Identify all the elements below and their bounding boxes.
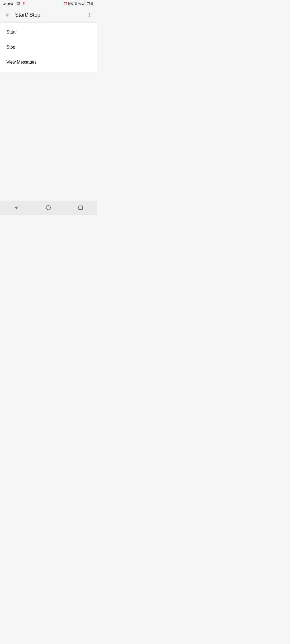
photo-notification-icon: 🖼 <box>16 2 20 6</box>
alarm-icon: ⏰ <box>63 2 67 6</box>
more-options-icon <box>89 13 90 17</box>
volte-icon: VoLTE <box>68 2 77 5</box>
nav-recents-icon <box>78 206 83 210</box>
time-display: 4:18:41 <box>3 2 15 6</box>
4g-icon: 4G <box>78 2 81 5</box>
status-time: 4:18:41 🖼 📍 <box>3 2 26 6</box>
menu-list: Start Stop View Messages <box>0 23 97 72</box>
battery-text: 78% <box>87 2 93 6</box>
nav-bar <box>0 201 97 215</box>
svg-rect-1 <box>83 3 84 5</box>
back-icon <box>6 13 10 17</box>
status-icons: ⏰ VoLTE 4G 78% <box>63 2 93 6</box>
menu-item-view-messages[interactable]: View Messages <box>0 55 97 70</box>
svg-rect-0 <box>82 4 83 5</box>
content-area <box>0 72 97 215</box>
stop-label: Stop <box>6 45 15 50</box>
nav-back-icon <box>15 206 17 209</box>
svg-rect-2 <box>84 3 84 5</box>
menu-item-start[interactable]: Start <box>0 25 97 40</box>
signal-icon <box>82 2 86 6</box>
more-options-button[interactable] <box>84 10 95 20</box>
back-button[interactable] <box>2 10 13 20</box>
nav-recents-button[interactable] <box>73 202 89 213</box>
page-title: Start/ Stop <box>15 12 84 18</box>
nav-home-icon <box>46 205 51 210</box>
start-label: Start <box>6 30 16 35</box>
nav-back-button[interactable] <box>8 202 24 213</box>
app-notification-icon: 📍 <box>21 2 26 6</box>
menu-item-stop[interactable]: Stop <box>0 40 97 55</box>
app-bar: Start/ Stop <box>0 8 97 23</box>
svg-rect-3 <box>85 2 85 5</box>
view-messages-label: View Messages <box>6 60 37 65</box>
status-bar: 4:18:41 🖼 📍 ⏰ VoLTE 4G 78% <box>0 0 97 8</box>
nav-home-button[interactable] <box>40 202 56 213</box>
